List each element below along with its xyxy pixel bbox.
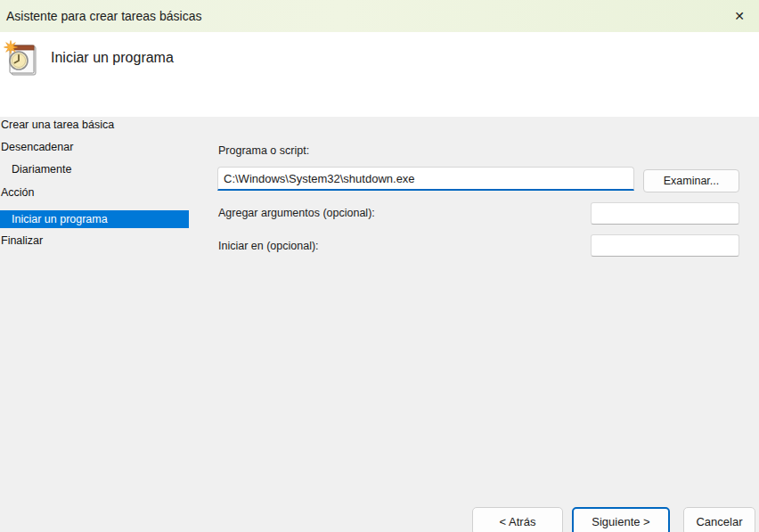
start-in-input[interactable] bbox=[591, 234, 739, 257]
start-in-label: Iniciar en (opcional): bbox=[218, 240, 319, 252]
back-button[interactable]: < Atrás bbox=[472, 507, 563, 532]
page-title: Iniciar un programa bbox=[51, 50, 174, 66]
arguments-input[interactable] bbox=[591, 202, 739, 225]
wizard-window: Asistente para crear tareas básicas ✕ In… bbox=[0, 0, 759, 532]
arguments-label: Agregar argumentos (opcional): bbox=[218, 207, 375, 219]
sidebar-item-accion: Acción bbox=[0, 184, 35, 201]
sidebar-item-diariamente: Diariamente bbox=[0, 160, 71, 178]
close-icon[interactable]: ✕ bbox=[722, 0, 757, 32]
title-bar: Asistente para crear tareas básicas ✕ bbox=[0, 0, 759, 32]
cancel-button[interactable]: Cancelar bbox=[683, 507, 755, 532]
sidebar-item-desencadenar: Desencadenar bbox=[0, 138, 73, 156]
task-scheduler-icon bbox=[4, 39, 39, 78]
sidebar-item-finalizar: Finalizar bbox=[0, 232, 43, 250]
program-script-label: Programa o script: bbox=[218, 144, 309, 157]
next-button[interactable]: Siguiente > bbox=[572, 507, 670, 532]
browse-button[interactable]: Examinar... bbox=[643, 169, 739, 192]
wizard-header: Iniciar un programa bbox=[0, 32, 759, 117]
sidebar-item-iniciar-programa: Iniciar un programa bbox=[0, 210, 189, 228]
sidebar-item-crear-tarea: Crear una tarea básica bbox=[0, 116, 114, 134]
window-title: Asistente para crear tareas básicas bbox=[6, 0, 201, 32]
program-script-input[interactable] bbox=[217, 167, 634, 191]
